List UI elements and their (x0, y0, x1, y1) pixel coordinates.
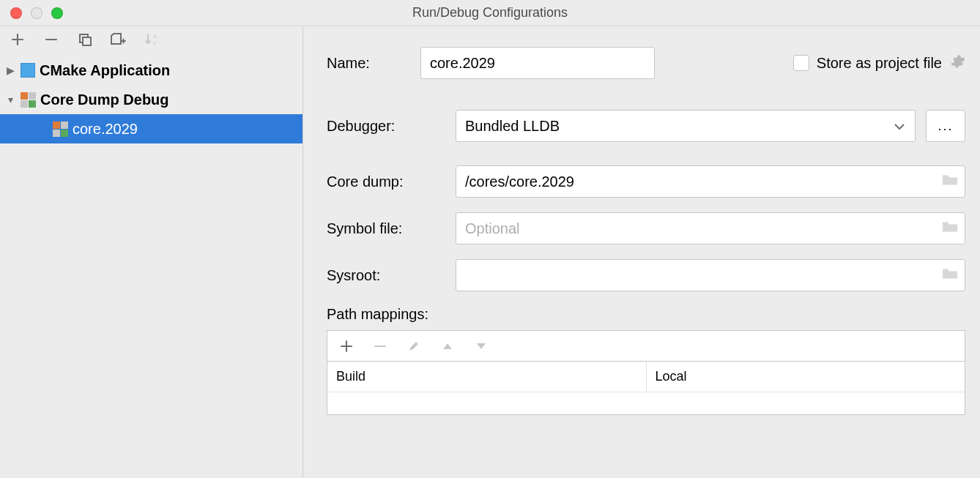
svg-rect-1 (83, 37, 91, 45)
svg-text:z: z (153, 40, 156, 46)
sidebar-toolbar: az (0, 26, 302, 53)
tree-item-core-dump-debug[interactable]: ▾ Core Dump Debug (0, 85, 302, 114)
store-as-project-file-label: Store as project file (817, 55, 942, 72)
pm-column-local[interactable]: Local (647, 362, 965, 392)
sysroot-input[interactable] (456, 259, 965, 291)
core-dump-input[interactable] (456, 165, 965, 198)
gear-icon[interactable] (949, 53, 965, 73)
pm-add-button[interactable] (338, 337, 355, 355)
pm-up-button (439, 337, 456, 355)
core-dump-icon (53, 122, 68, 137)
sort-button[interactable]: az (144, 31, 161, 48)
tree-item-label: Core Dump Debug (40, 92, 169, 108)
cmake-icon (21, 63, 35, 78)
save-template-button[interactable] (110, 31, 127, 48)
folder-icon[interactable] (942, 173, 958, 190)
tree-item-label: core.2029 (73, 121, 138, 138)
config-tree: ▶ CMake Application ▾ Core Dump Debug co… (0, 53, 302, 478)
tree-item-cmake-application[interactable]: ▶ CMake Application (0, 56, 302, 85)
config-form: Name: Store as project file Debugger: Bu… (303, 26, 980, 478)
copy-config-button[interactable] (76, 31, 94, 48)
pm-remove-button (371, 337, 389, 355)
path-mappings-table: Build Local (327, 361, 965, 415)
tree-item-core-2029[interactable]: core.2029 (0, 114, 302, 143)
pm-edit-button (405, 337, 423, 355)
config-sidebar: az ▶ CMake Application ▾ Core Dump Debug… (0, 26, 303, 478)
pm-empty-body (327, 392, 965, 414)
debugger-browse-button[interactable]: ... (926, 110, 965, 142)
name-input[interactable] (420, 47, 655, 79)
folder-icon[interactable] (942, 220, 958, 237)
sysroot-label: Sysroot: (327, 267, 456, 284)
pm-down-button (472, 337, 490, 355)
path-mappings-label: Path mappings: (327, 306, 965, 323)
window-minimize-icon (31, 7, 42, 19)
window-close-icon[interactable] (10, 7, 22, 19)
debugger-value: Bundled LLDB (465, 118, 560, 135)
store-as-project-file-checkbox[interactable] (793, 55, 809, 71)
debugger-select[interactable]: Bundled LLDB (456, 110, 916, 142)
window-zoom-icon[interactable] (51, 7, 63, 19)
name-label: Name: (327, 55, 420, 72)
chevron-down-icon[interactable]: ▾ (4, 94, 16, 105)
symbol-file-input[interactable] (456, 212, 965, 244)
core-dump-icon (21, 92, 36, 108)
symbol-file-label: Symbol file: (327, 220, 456, 237)
pm-column-build[interactable]: Build (327, 362, 647, 392)
svg-text:a: a (153, 33, 157, 40)
window-titlebar: Run/Debug Configurations (0, 0, 980, 26)
tree-item-label: CMake Application (40, 62, 170, 79)
chevron-right-icon[interactable]: ▶ (4, 64, 16, 76)
remove-config-button[interactable] (42, 31, 60, 48)
folder-icon[interactable] (942, 267, 958, 284)
chevron-down-icon (894, 118, 905, 135)
core-dump-label: Core dump: (327, 173, 456, 190)
window-title: Run/Debug Configurations (0, 5, 980, 20)
debugger-label: Debugger: (327, 118, 456, 135)
path-mappings-toolbar (327, 330, 965, 361)
add-config-button[interactable] (9, 31, 26, 48)
